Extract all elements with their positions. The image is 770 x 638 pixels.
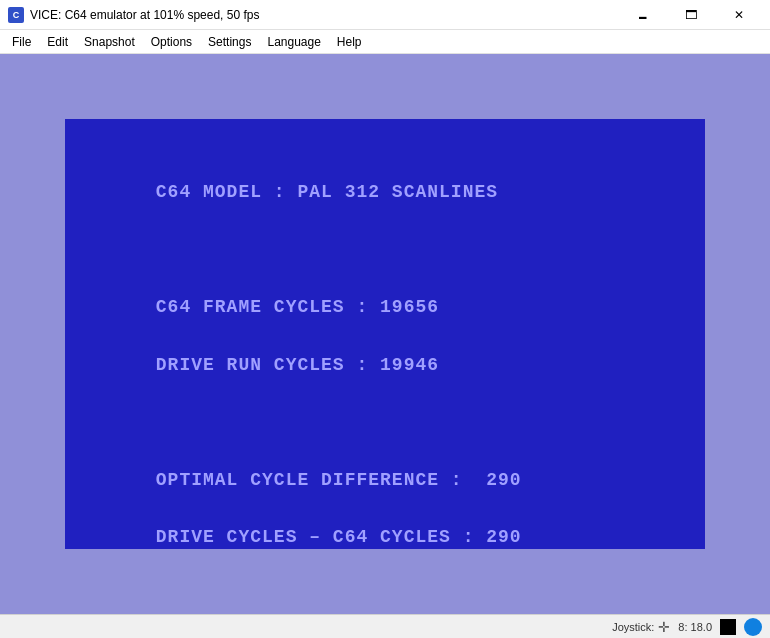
c64-line1: C64 MODEL : PAL 312 SCANLINES: [156, 182, 498, 202]
app-icon-letter: C: [13, 10, 20, 20]
menu-language[interactable]: Language: [259, 33, 328, 51]
menu-help[interactable]: Help: [329, 33, 370, 51]
main-area: C64 MODEL : PAL 312 SCANLINES C64 FRAME …: [0, 54, 770, 614]
c64-screen: C64 MODEL : PAL 312 SCANLINES C64 FRAME …: [65, 119, 705, 549]
c64-line4: DRIVE RUN CYCLES : 19946: [156, 355, 439, 375]
status-color-swatch: [720, 619, 736, 635]
menu-file[interactable]: File: [4, 33, 39, 51]
c64-line7: DRIVE CYCLES – C64 CYCLES : 290: [156, 527, 522, 547]
title-bar: C VICE: C64 emulator at 101% speed, 50 f…: [0, 0, 770, 30]
c64-line3: C64 FRAME CYCLES : 19656: [156, 297, 439, 317]
app-icon: C: [8, 7, 24, 23]
menu-edit[interactable]: Edit: [39, 33, 76, 51]
maximize-button[interactable]: 🗖: [668, 0, 714, 30]
menu-snapshot[interactable]: Snapshot: [76, 33, 143, 51]
c64-line6: OPTIMAL CYCLE DIFFERENCE : 290: [156, 470, 522, 490]
menu-options[interactable]: Options: [143, 33, 200, 51]
status-dot: [744, 618, 762, 636]
minimize-button[interactable]: 🗕: [620, 0, 666, 30]
c64-output: C64 MODEL : PAL 312 SCANLINES C64 FRAME …: [85, 149, 685, 638]
title-bar-controls: 🗕 🗖 ✕: [620, 0, 762, 30]
menu-settings[interactable]: Settings: [200, 33, 259, 51]
title-bar-left: C VICE: C64 emulator at 101% speed, 50 f…: [8, 7, 259, 23]
menu-bar: File Edit Snapshot Options Settings Lang…: [0, 30, 770, 54]
title-text: VICE: C64 emulator at 101% speed, 50 fps: [30, 8, 259, 22]
close-button[interactable]: ✕: [716, 0, 762, 30]
